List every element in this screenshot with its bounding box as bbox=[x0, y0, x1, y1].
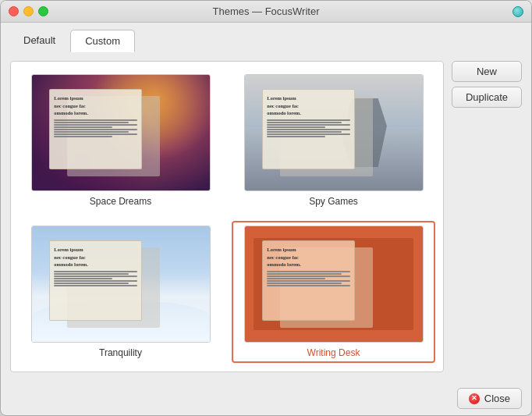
theme-item-space-dreams[interactable]: Lorem ipsum nec congue fac ommodo lorem. bbox=[19, 69, 222, 212]
minimize-window-button[interactable] bbox=[23, 6, 34, 16]
doc-lines-tranquility bbox=[54, 271, 137, 286]
doc-line-2-space: nec congue fac bbox=[54, 102, 137, 110]
themes-panel: Lorem ipsum nec congue fac ommodo lorem. bbox=[10, 61, 444, 372]
doc-line-3-spy: ommodo lorem. bbox=[267, 109, 350, 117]
doc-line-1-space: Lorem ipsum bbox=[54, 94, 137, 102]
doc-line-2-writing-desk: nec congue fac bbox=[267, 254, 350, 261]
doc-lines-space bbox=[54, 119, 137, 137]
close-window-button[interactable] bbox=[9, 6, 19, 16]
tab-bar: Default Custom bbox=[1, 23, 531, 52]
theme-preview-tranquility: Lorem ipsum nec congue fac ommodo lorem. bbox=[31, 226, 211, 343]
main-content: Lorem ipsum nec congue fac ommodo lorem. bbox=[1, 52, 531, 382]
traffic-lights bbox=[9, 6, 48, 16]
doc-line-1-writing-desk: Lorem ipsum bbox=[267, 246, 350, 254]
theme-label-writing-desk: Writing Desk bbox=[307, 347, 360, 358]
theme-preview-space-dreams: Lorem ipsum nec congue fac ommodo lorem. bbox=[31, 74, 211, 191]
window-title: Themes — FocusWriter bbox=[212, 5, 319, 17]
theme-label-tranquility: Tranquility bbox=[99, 347, 142, 358]
doc-line-1-tranquility: Lorem ipsum bbox=[54, 246, 137, 254]
theme-item-spy-games[interactable]: Lorem ipsum nec congue fac ommodo lorem. bbox=[232, 69, 435, 212]
theme-label-space-dreams: Space Dreams bbox=[90, 196, 151, 207]
doc-line-3-tranquility: ommodo lorem. bbox=[54, 261, 137, 268]
doc-line-2-spy: nec congue fac bbox=[267, 102, 350, 110]
theme-preview-spy-games: Lorem ipsum nec congue fac ommodo lorem. bbox=[244, 74, 424, 191]
doc-line-2-tranquility: nec congue fac bbox=[54, 254, 137, 261]
theme-preview-writing-desk: Lorem ipsum nec congue fac ommodo lorem. bbox=[244, 226, 424, 343]
app-window: Themes — FocusWriter Default Custom Lore… bbox=[0, 0, 532, 416]
theme-item-tranquility[interactable]: Lorem ipsum nec congue fac ommodo lorem. bbox=[19, 221, 222, 363]
window-indicator bbox=[512, 6, 523, 17]
close-button[interactable]: ✕ Close bbox=[457, 388, 522, 409]
doc-lines-writing-desk bbox=[267, 271, 350, 286]
new-button[interactable]: New bbox=[452, 61, 522, 82]
doc-line-3-space: ommodo lorem. bbox=[54, 109, 137, 117]
maximize-window-button[interactable] bbox=[38, 6, 48, 16]
doc-overlay-spy: Lorem ipsum nec congue fac ommodo lorem. bbox=[262, 89, 355, 170]
title-bar: Themes — FocusWriter bbox=[1, 1, 531, 23]
tab-default[interactable]: Default bbox=[9, 29, 70, 52]
footer: ✕ Close bbox=[1, 382, 531, 415]
doc-line-1-spy: Lorem ipsum bbox=[267, 94, 350, 102]
doc-overlay-writing-desk: Lorem ipsum nec congue fac ommodo lorem. bbox=[262, 240, 355, 322]
doc-line-3-writing-desk: ommodo lorem. bbox=[267, 261, 350, 268]
doc-lines-spy bbox=[267, 119, 350, 137]
close-label: Close bbox=[484, 393, 510, 404]
theme-label-spy-games: Spy Games bbox=[309, 196, 358, 207]
close-x-mark: ✕ bbox=[471, 395, 477, 402]
theme-item-writing-desk[interactable]: Lorem ipsum nec congue fac ommodo lorem. bbox=[232, 221, 435, 363]
doc-overlay-tranquility: Lorem ipsum nec congue fac ommodo lorem. bbox=[49, 240, 142, 322]
close-icon: ✕ bbox=[469, 393, 480, 404]
doc-overlay-space: Lorem ipsum nec congue fac ommodo lorem. bbox=[49, 89, 142, 170]
tab-custom[interactable]: Custom bbox=[70, 30, 135, 52]
sidebar-buttons: New Duplicate bbox=[452, 61, 522, 372]
duplicate-button[interactable]: Duplicate bbox=[452, 87, 522, 108]
